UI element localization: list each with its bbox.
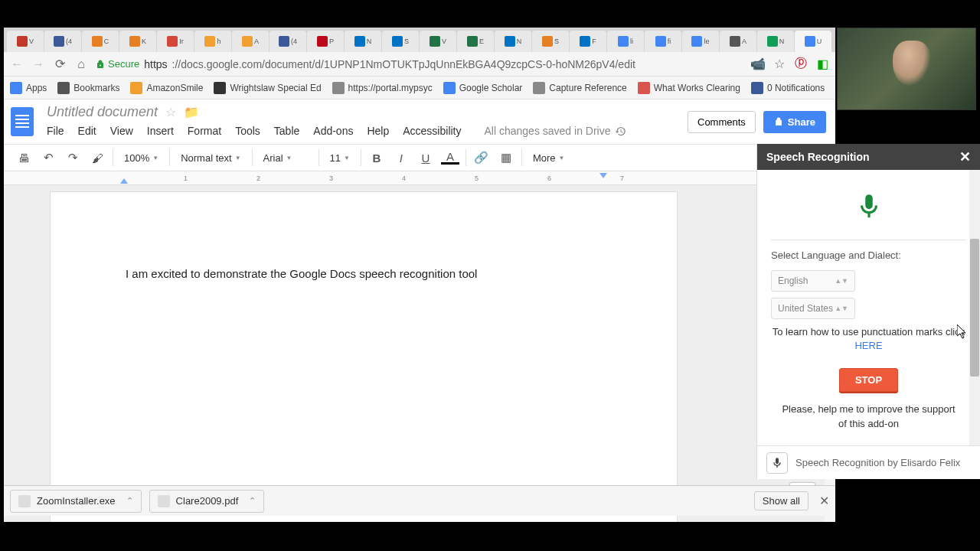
browser-tab[interactable]: (4 bbox=[270, 31, 306, 52]
text-color-icon[interactable]: A bbox=[441, 151, 459, 165]
bookmark-item[interactable]: 0 Notifications bbox=[751, 82, 825, 94]
document-title[interactable]: Untitled document bbox=[47, 104, 158, 120]
browser-tab[interactable]: A bbox=[232, 31, 269, 52]
url-field[interactable]: Secure https://docs.google.com/document/… bbox=[96, 58, 743, 70]
bookmark-item[interactable]: Google Scholar bbox=[443, 82, 523, 94]
ruler-tick: 4 bbox=[402, 174, 406, 182]
bookmark-star-icon[interactable]: ☆ bbox=[773, 57, 786, 71]
browser-tab[interactable]: P bbox=[307, 31, 344, 52]
menu-edit[interactable]: Edit bbox=[78, 125, 96, 137]
lock-icon bbox=[774, 117, 783, 126]
panel-scrollbar-thumb[interactable] bbox=[970, 239, 979, 377]
extension-icon[interactable]: ◧ bbox=[815, 57, 829, 71]
underline-icon[interactable]: U bbox=[416, 148, 435, 167]
download-item[interactable]: ZoomInstaller.exe⌃ bbox=[10, 490, 142, 513]
docs-logo[interactable] bbox=[4, 99, 41, 144]
menu-view[interactable]: View bbox=[110, 125, 133, 137]
browser-tab[interactable]: U bbox=[795, 31, 831, 52]
ruler-tick: 5 bbox=[475, 174, 479, 182]
menu-file[interactable]: File bbox=[47, 125, 64, 137]
support-text: Please, help me to improve the support o… bbox=[771, 403, 966, 430]
panel-scrollbar[interactable] bbox=[969, 170, 980, 445]
bookmark-item[interactable]: What Works Clearing bbox=[638, 82, 740, 94]
style-dropdown[interactable]: Normal text▼ bbox=[176, 152, 245, 164]
browser-tab[interactable]: K bbox=[119, 31, 156, 52]
print-icon[interactable]: 🖶 bbox=[15, 148, 33, 167]
document-text[interactable]: I am excited to demonstrate the Google D… bbox=[126, 267, 602, 280]
browser-tab[interactable]: S bbox=[532, 31, 569, 52]
star-icon[interactable]: ☆ bbox=[165, 105, 176, 119]
comment-icon[interactable]: ▦ bbox=[497, 148, 515, 167]
menu-add-ons[interactable]: Add-ons bbox=[313, 125, 353, 137]
browser-tab[interactable]: N bbox=[495, 31, 531, 52]
language-select[interactable]: English▲▼ bbox=[771, 270, 855, 292]
indent-marker-left[interactable] bbox=[120, 178, 128, 184]
browser-tab[interactable]: C bbox=[82, 31, 119, 52]
browser-tab[interactable]: li bbox=[607, 31, 644, 52]
browser-tab[interactable]: le bbox=[682, 31, 719, 52]
language-label: Select Language and Dialect: bbox=[771, 249, 966, 261]
browser-tab[interactable]: S bbox=[382, 31, 419, 52]
bookmark-item[interactable]: https://portal.mypsyc bbox=[332, 82, 433, 94]
paint-format-icon[interactable]: 🖌 bbox=[88, 148, 106, 167]
more-dropdown[interactable]: More▼ bbox=[528, 152, 570, 164]
dialect-select[interactable]: United States▲▼ bbox=[771, 298, 855, 319]
browser-tab[interactable]: N bbox=[757, 31, 794, 52]
menu-table[interactable]: Table bbox=[274, 125, 299, 137]
bookmark-item[interactable]: Bookmarks bbox=[57, 82, 119, 94]
link-icon[interactable]: 🔗 bbox=[472, 148, 491, 167]
bold-icon[interactable]: B bbox=[368, 148, 386, 167]
document-page[interactable]: I am excited to demonstrate the Google D… bbox=[50, 191, 678, 522]
ruler-tick: 2 bbox=[256, 174, 260, 182]
menu-tools[interactable]: Tools bbox=[235, 125, 260, 137]
punctuation-help: To learn how to use punctuation marks cl… bbox=[771, 325, 966, 353]
font-dropdown[interactable]: Arial▼ bbox=[259, 152, 312, 164]
microphone-icon[interactable] bbox=[854, 190, 884, 223]
home-button[interactable]: ⌂ bbox=[74, 57, 88, 71]
pinterest-extension-icon[interactable]: ⓟ bbox=[794, 57, 808, 71]
browser-tab[interactable]: E bbox=[457, 31, 494, 52]
browser-tab[interactable]: F bbox=[570, 31, 606, 52]
close-downloads-icon[interactable]: ✕ bbox=[819, 494, 829, 508]
browser-tab[interactable]: N bbox=[345, 31, 381, 52]
font-size-dropdown[interactable]: 11▼ bbox=[325, 152, 354, 164]
editor-area: I am excited to demonstrate the Google D… bbox=[4, 185, 835, 522]
panel-title: Speech Recognition bbox=[766, 151, 870, 163]
back-button[interactable]: ← bbox=[10, 57, 24, 71]
browser-tab[interactable]: V bbox=[420, 31, 456, 52]
undo-icon[interactable]: ↶ bbox=[39, 148, 57, 167]
browser-tab[interactable]: Ir bbox=[157, 31, 194, 52]
reload-button[interactable]: ⟳ bbox=[53, 57, 67, 71]
browser-tab[interactable]: V bbox=[7, 31, 44, 52]
stop-button[interactable]: STOP bbox=[839, 368, 898, 392]
menu-format[interactable]: Format bbox=[188, 125, 221, 137]
camera-icon[interactable]: 📹 bbox=[751, 57, 765, 71]
indent-marker-right[interactable] bbox=[599, 173, 607, 178]
browser-tab[interactable]: fi bbox=[645, 31, 681, 52]
browser-tab[interactable]: h bbox=[194, 31, 231, 52]
forward-button[interactable]: → bbox=[31, 57, 45, 71]
menu-help[interactable]: Help bbox=[367, 125, 389, 137]
browser-tab[interactable]: A bbox=[720, 31, 756, 52]
show-all-downloads[interactable]: Show all bbox=[754, 491, 808, 510]
bookmark-item[interactable]: Capture Reference bbox=[533, 82, 626, 94]
bookmark-item[interactable]: Wrightslaw Special Ed bbox=[214, 82, 321, 94]
ruler-tick: 6 bbox=[547, 174, 551, 182]
footer-mic-icon[interactable] bbox=[766, 452, 788, 474]
download-item[interactable]: Clare2009.pdf⌃ bbox=[149, 490, 265, 513]
address-bar: ← → ⟳ ⌂ Secure https://docs.google.com/d… bbox=[4, 52, 835, 77]
redo-icon[interactable]: ↷ bbox=[64, 148, 82, 167]
close-panel-icon[interactable]: ✕ bbox=[959, 148, 971, 165]
panel-header: Speech Recognition ✕ bbox=[757, 144, 980, 170]
menu-insert[interactable]: Insert bbox=[147, 125, 174, 137]
italic-icon[interactable]: I bbox=[392, 148, 410, 167]
bookmark-item[interactable]: AmazonSmile bbox=[130, 82, 203, 94]
share-button[interactable]: Share bbox=[763, 111, 826, 133]
folder-icon[interactable]: 📁 bbox=[184, 105, 199, 119]
help-link[interactable]: HERE bbox=[854, 340, 882, 351]
bookmark-item[interactable]: Apps bbox=[10, 82, 47, 94]
comments-button[interactable]: Comments bbox=[688, 111, 756, 133]
menu-accessibility[interactable]: Accessibility bbox=[403, 125, 461, 137]
browser-tab[interactable]: (4 bbox=[44, 31, 81, 52]
zoom-dropdown[interactable]: 100%▼ bbox=[119, 152, 163, 164]
